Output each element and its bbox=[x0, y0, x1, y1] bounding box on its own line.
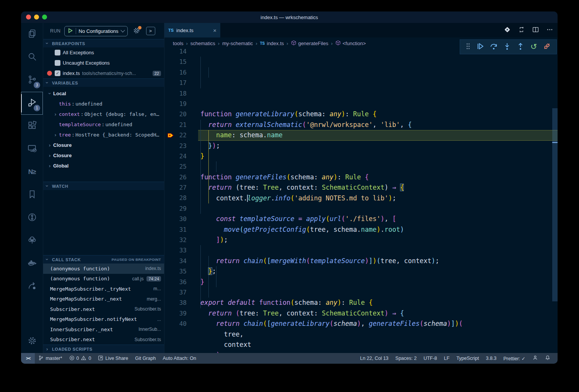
breakpoint-item[interactable]: ✓ index.ts tools/schematics/my-sch... 22 bbox=[43, 68, 164, 78]
breadcrumb-item[interactable]: generateFiles bbox=[291, 40, 329, 47]
code-line-33[interactable]: 33 return (tree: Tree, context: Schemati… bbox=[164, 245, 558, 255]
breakpoints-section-header[interactable]: › BREAKPOINTS bbox=[43, 39, 164, 47]
remote-indicator[interactable]: >< bbox=[21, 353, 35, 364]
loaded-scripts-section-header[interactable]: › LOADED SCRIPTS bbox=[43, 345, 164, 353]
breadcrumb-item[interactable]: schematics bbox=[190, 41, 215, 46]
git-branch-status[interactable]: master* bbox=[35, 353, 65, 364]
activity-share[interactable] bbox=[21, 275, 43, 298]
split-editor-button[interactable] bbox=[532, 26, 539, 34]
callstack-section-header[interactable]: › CALL STACK PAUSED ON BREAKPOINT bbox=[43, 255, 164, 264]
line-number: 33 bbox=[164, 245, 187, 255]
scrollbar-slider[interactable] bbox=[552, 108, 558, 301]
encoding-status[interactable]: UTF-8 bbox=[420, 353, 440, 364]
breakpoint-checkbox[interactable] bbox=[55, 60, 60, 66]
tab-close-icon[interactable]: × bbox=[213, 27, 216, 34]
variable-scope-row[interactable]: › Local bbox=[43, 88, 164, 99]
activity-test-explorer[interactable] bbox=[21, 229, 43, 252]
breadcrumb-item[interactable]: TS index.ts bbox=[260, 41, 284, 46]
close-window-button[interactable] bbox=[26, 15, 31, 20]
watch-section-header[interactable]: › WATCH bbox=[43, 182, 164, 190]
line-number: 30 bbox=[164, 214, 187, 224]
breakpoint-item[interactable]: Uncaught Exceptions bbox=[43, 58, 164, 68]
toolbar-drag-handle[interactable] bbox=[466, 43, 470, 51]
typescript-version-status[interactable]: 3.8.3 bbox=[482, 353, 500, 364]
disconnect-button[interactable] bbox=[543, 42, 551, 52]
notifications-button[interactable] bbox=[542, 353, 554, 364]
activity-docker[interactable] bbox=[21, 252, 43, 275]
git-graph-button[interactable]: Git Graph bbox=[132, 353, 159, 364]
breakpoint-checkbox[interactable] bbox=[55, 50, 60, 55]
activity-extensions[interactable] bbox=[21, 115, 43, 138]
activity-gitlens[interactable] bbox=[21, 207, 43, 229]
code-line-19[interactable]: 19 bbox=[164, 99, 558, 109]
breakpoint-checkbox[interactable]: ✓ bbox=[55, 70, 60, 76]
code-area[interactable]: 14 function generateLibrary(schema: any)… bbox=[164, 49, 558, 353]
variable-row[interactable]: › context: Object {debug: false, en… bbox=[43, 109, 164, 119]
activity-run-debug[interactable]: 1 bbox=[21, 92, 43, 115]
code-line-37[interactable]: 37 ); bbox=[164, 287, 558, 298]
callstack-frame[interactable]: MergeMapSubscriber._tryNext m... bbox=[43, 284, 164, 294]
callstack-frame[interactable]: (anonymous function) index.ts bbox=[43, 264, 164, 274]
variable-scope-row[interactable]: › Closure bbox=[43, 140, 164, 150]
activity-bookmarks[interactable] bbox=[21, 184, 43, 207]
variables-section-header[interactable]: › VARIABLES bbox=[43, 78, 164, 87]
code-line-16[interactable]: 16 name: schema.name bbox=[164, 67, 558, 78]
start-debug-icon[interactable] bbox=[68, 28, 73, 34]
step-into-button[interactable] bbox=[503, 42, 511, 52]
breadcrumb-item[interactable]: my-schematic bbox=[222, 41, 253, 46]
variable-row[interactable]: › tree: HostTree {_backend: ScopedH… bbox=[43, 130, 164, 140]
callstack-frame[interactable]: InnerSubscriber._next InnerSub... bbox=[43, 324, 164, 335]
code-line-25[interactable]: 25 move(getProjectConfig(tree, schema.na… bbox=[164, 161, 558, 172]
callstack-frame[interactable]: Subscriber.next Subscriber.ts bbox=[43, 335, 164, 345]
activity-remote-explorer[interactable] bbox=[21, 138, 43, 161]
variable-row[interactable]: templateSource: undefined bbox=[43, 119, 164, 130]
breakpoint-item[interactable]: All Exceptions bbox=[43, 47, 164, 58]
variable-value: Object {debug: false, en… bbox=[85, 111, 159, 117]
debug-console-button[interactable]: > bbox=[146, 27, 155, 35]
continue-button[interactable] bbox=[477, 42, 484, 52]
activity-search[interactable] bbox=[21, 46, 43, 69]
tab-bar: TS index.ts × bbox=[164, 23, 558, 37]
code-line-15[interactable]: 15 return externalSchematic('@nrwl/works… bbox=[164, 57, 558, 67]
configure-launch-button[interactable] bbox=[133, 27, 140, 36]
restart-button[interactable]: ↺ bbox=[530, 43, 537, 51]
activity-source-control[interactable]: 3 bbox=[21, 69, 43, 92]
indentation-status[interactable]: Spaces: 2 bbox=[392, 353, 420, 364]
variable-row[interactable]: this: undefined bbox=[43, 99, 164, 109]
callstack-frame[interactable]: Subscriber.next Subscriber.ts bbox=[43, 304, 164, 314]
variable-scope-row[interactable]: › Closure bbox=[43, 150, 164, 161]
callstack-frame[interactable]: MergeMapSubscriber.notifyNext ... bbox=[43, 314, 164, 325]
tab-index-ts[interactable]: TS index.ts × bbox=[164, 23, 220, 37]
activity-manage[interactable] bbox=[21, 330, 43, 353]
feedback-button[interactable] bbox=[529, 353, 542, 364]
language-mode-status[interactable]: TypeScript bbox=[453, 353, 482, 364]
activity-explorer[interactable] bbox=[21, 23, 43, 46]
breadcrumb-item[interactable]: <function> bbox=[335, 40, 366, 47]
editor-scrollbar[interactable] bbox=[552, 49, 558, 353]
callstack-frame[interactable]: (anonymous function) call.js 74:24 bbox=[43, 274, 164, 284]
compare-changes-button[interactable] bbox=[518, 26, 525, 34]
open-changes-button[interactable] bbox=[504, 26, 511, 34]
more-actions-button[interactable] bbox=[546, 26, 553, 34]
live-share-status[interactable]: Live Share bbox=[94, 353, 132, 364]
variable-scope-row[interactable]: › Global bbox=[43, 161, 164, 171]
step-over-button[interactable] bbox=[490, 42, 498, 52]
cursor-position-status[interactable]: Ln 22, Col 13 bbox=[356, 353, 392, 364]
breadcrumb-item[interactable]: tools bbox=[173, 41, 183, 46]
run-configuration-dropdown[interactable]: No Configurations bbox=[64, 26, 128, 36]
maximize-window-button[interactable] bbox=[42, 15, 47, 20]
step-out-button[interactable] bbox=[517, 42, 524, 52]
eol-status[interactable]: LF bbox=[441, 353, 453, 364]
current-frame-breakpoint-icon[interactable] bbox=[168, 133, 174, 138]
problems-status[interactable]: 0 0 bbox=[66, 353, 95, 364]
activity-nx-console[interactable]: N≥ bbox=[21, 161, 43, 184]
run-label: RUN bbox=[50, 28, 61, 34]
callstack-frame[interactable]: MergeMapSubscriber._next merg... bbox=[43, 294, 164, 304]
prettier-status[interactable]: Prettier: ✓ bbox=[500, 353, 529, 364]
code-line-29[interactable]: 29 }; bbox=[164, 203, 558, 214]
auto-attach-status[interactable]: Auto Attach: On bbox=[159, 353, 200, 364]
minimize-window-button[interactable] bbox=[34, 15, 39, 20]
code-line-17[interactable]: 17 }); bbox=[164, 78, 558, 88]
line-number: 25 bbox=[164, 161, 187, 172]
code-line-18[interactable]: 18 } bbox=[164, 88, 558, 99]
